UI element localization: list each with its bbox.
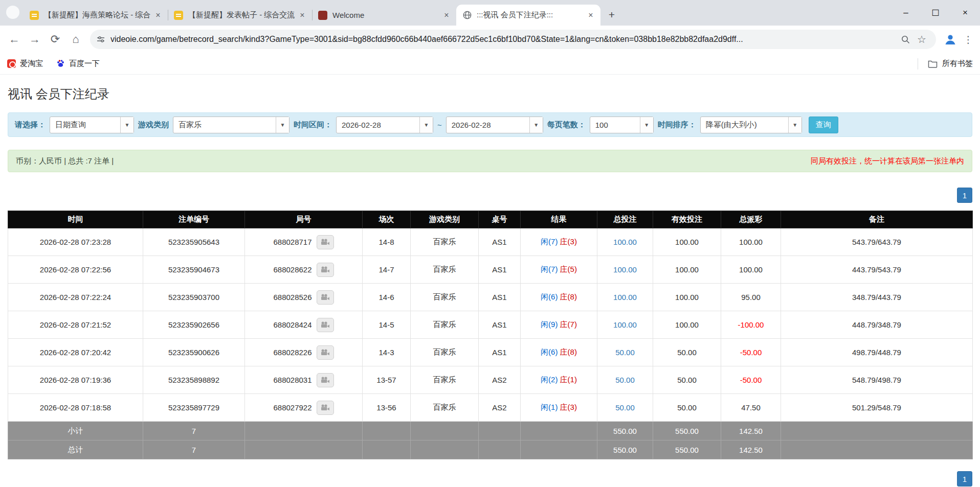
cell-note: 348.79/443.79	[781, 284, 973, 311]
cell-note: 443.79/543.79	[781, 256, 973, 284]
query-type-select[interactable]: 日期查询 ▼	[50, 117, 134, 133]
cell-result: 闲(6) 庄(8)	[521, 339, 597, 366]
cell-round: 688028424	[245, 311, 363, 339]
bookmark-baidu[interactable]: 百度一下	[56, 59, 100, 68]
cell-total-bet-link[interactable]: 50.00	[597, 339, 653, 366]
minimize-button[interactable]: –	[891, 0, 921, 26]
profile-avatar-icon[interactable]	[942, 31, 959, 48]
cell-total-bet-link[interactable]: 50.00	[597, 366, 653, 394]
chevron-down-icon[interactable]: ▼	[788, 117, 801, 133]
date-from-select[interactable]: 2026-02-28 ▼	[336, 117, 433, 133]
select-type-label: 请选择：	[15, 120, 46, 130]
table-body: 2026-02-28 07:23:28 523235905643 6880287…	[8, 228, 973, 459]
cell-payout: 100.00	[721, 228, 781, 256]
cell-table-no: AS1	[479, 311, 521, 339]
close-button[interactable]: ×	[950, 0, 980, 26]
video-replay-button[interactable]	[317, 263, 334, 277]
chevron-down-icon[interactable]: ▼	[640, 117, 653, 133]
tab-bet-records[interactable]: :::视讯 会员下注纪录::: ×	[456, 5, 600, 26]
tab-welcome[interactable]: Welcome ×	[312, 5, 456, 26]
reload-button[interactable]: ⟳	[45, 29, 65, 50]
column-header: 场次	[363, 211, 411, 228]
bookmark-aitaobao[interactable]: 爱淘宝	[7, 59, 43, 68]
chevron-down-icon[interactable]: ▼	[419, 117, 433, 133]
browser-window: 【新提醒】海燕策略论坛 - 综合 × 【新提醒】发表帖子 - 综合交流 × We…	[0, 0, 980, 75]
maximize-button[interactable]: ☐	[921, 0, 950, 26]
chevron-down-icon[interactable]: ▼	[276, 117, 289, 133]
date-to-select[interactable]: 2026-02-28 ▼	[446, 117, 543, 133]
home-button[interactable]: ⌂	[65, 29, 86, 50]
cell-total-bet-link[interactable]: 100.00	[597, 228, 653, 256]
column-header: 时间	[8, 211, 143, 228]
cell-session: 14-7	[363, 256, 411, 284]
cell-result: 闲(6) 庄(8)	[521, 284, 597, 311]
tab-close-icon[interactable]: ×	[442, 11, 451, 20]
cell-valid-bet: 100.00	[653, 256, 721, 284]
cell-valid-bet: 50.00	[653, 339, 721, 366]
chevron-down-icon[interactable]: ▼	[529, 117, 543, 133]
all-bookmarks[interactable]: 所有书签	[918, 58, 973, 69]
cell-valid-bet: 100.00	[653, 284, 721, 311]
search-button[interactable]: 查询	[809, 117, 838, 133]
cell-total-bet-link[interactable]: 50.00	[597, 394, 653, 422]
new-tab-button[interactable]: +	[605, 8, 619, 22]
cell-time: 2026-02-28 07:21:52	[8, 311, 143, 339]
cell-total-bet-link[interactable]: 100.00	[597, 256, 653, 284]
cell-game: 百家乐	[411, 284, 479, 311]
cell-total-bet-link[interactable]: 100.00	[597, 311, 653, 339]
url-text[interactable]: videoie.com/game/betrecord_search/kind3?…	[110, 35, 897, 44]
tab-forum-2[interactable]: 【新提醒】发表帖子 - 综合交流 ×	[168, 5, 312, 26]
cell-table-no: AS1	[479, 339, 521, 366]
video-replay-button[interactable]	[317, 290, 334, 305]
page-size-select[interactable]: 100 ▼	[590, 117, 654, 133]
tab-close-icon[interactable]: ×	[153, 11, 163, 20]
cell-time: 2026-02-28 07:19:36	[8, 366, 143, 394]
cell-round: 688027922	[245, 394, 363, 422]
video-replay-button[interactable]	[317, 235, 334, 249]
cell-result: 闲(2) 庄(1)	[521, 366, 597, 394]
table-row: 2026-02-28 07:22:56 523235904673 6880286…	[8, 256, 973, 284]
video-replay-button[interactable]	[317, 318, 334, 332]
video-replay-button[interactable]	[317, 373, 334, 387]
tab-close-icon[interactable]: ×	[298, 11, 307, 20]
sort-order-select[interactable]: 降幂(由大到小) ▼	[700, 117, 802, 133]
column-header: 总派彩	[721, 211, 781, 228]
game-type-select[interactable]: 百家乐 ▼	[173, 117, 289, 133]
cell-time: 2026-02-28 07:23:28	[8, 228, 143, 256]
bookmarks-bar: 爱淘宝 百度一下 所有书签	[0, 53, 980, 75]
cell-session: 13-57	[363, 366, 411, 394]
table-row: 2026-02-28 07:23:28 523235905643 6880287…	[8, 228, 973, 256]
column-header: 游戏类别	[411, 211, 479, 228]
cell-result: 闲(1) 庄(3)	[521, 394, 597, 422]
forward-button[interactable]: →	[25, 29, 45, 50]
back-button[interactable]: ←	[4, 29, 25, 50]
cell-total-bet-link[interactable]: 100.00	[597, 284, 653, 311]
bookmark-star-icon[interactable]: ☆	[914, 33, 930, 45]
cell-session: 13-56	[363, 394, 411, 422]
cell-payout: -50.00	[721, 366, 781, 394]
browser-menu-icon[interactable]: ⋮	[961, 34, 976, 45]
tab-close-icon[interactable]: ×	[586, 11, 595, 20]
cell-round: 688028226	[245, 339, 363, 366]
video-replay-button[interactable]	[317, 345, 334, 360]
tab-forum-1[interactable]: 【新提醒】海燕策略论坛 - 综合 ×	[24, 5, 168, 26]
cell-round: 688028031	[245, 366, 363, 394]
date-range-label: 时间区间：	[294, 120, 332, 130]
chevron-down-icon[interactable]: ▼	[120, 117, 133, 133]
zoom-icon[interactable]	[897, 35, 914, 44]
cell-note: 548.79/498.79	[781, 366, 973, 394]
tab-title: Welcome	[332, 11, 439, 19]
cell-table-no: AS2	[479, 366, 521, 394]
folder-icon	[928, 60, 938, 68]
address-bar[interactable]: videoie.com/game/betrecord_search/kind3?…	[90, 30, 936, 49]
site-settings-icon[interactable]	[96, 35, 105, 44]
cell-table-no: AS1	[479, 284, 521, 311]
page-1-button[interactable]: 1	[957, 471, 972, 486]
cell-session: 14-5	[363, 311, 411, 339]
video-replay-button[interactable]	[317, 401, 334, 415]
cell-table-no: AS2	[479, 394, 521, 422]
window-controls: – ☐ ×	[891, 0, 980, 26]
tab-title: :::视讯 会员下注纪录:::	[477, 10, 583, 20]
page-1-button[interactable]: 1	[957, 188, 972, 203]
tab-title: 【新提醒】发表帖子 - 综合交流	[188, 10, 295, 20]
